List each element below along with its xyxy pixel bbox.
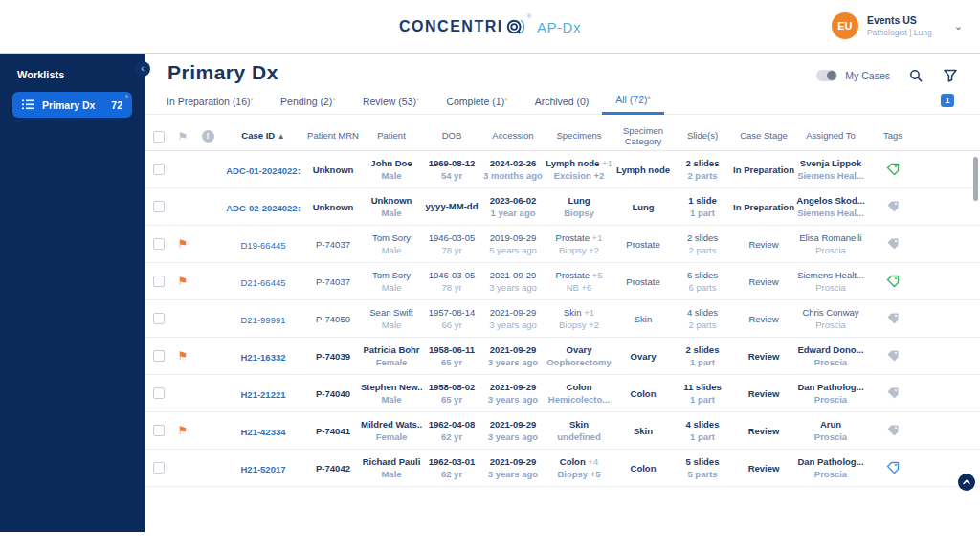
sidebar-item-primary-dx[interactable]: Primary Dx 72 * <box>12 92 132 118</box>
tag-icon[interactable] <box>886 275 900 288</box>
user-name: Events US <box>867 14 932 26</box>
top-header: CONCENTRI ® AP-Dx EU Events US Pathologi… <box>0 0 980 54</box>
table-row[interactable]: ⚑ H21-16332 P-74039 Patricia Bohr Female… <box>145 338 980 375</box>
my-cases-toggle[interactable] <box>816 70 837 81</box>
tag-icon[interactable] <box>886 237 900 251</box>
table-scrollbar[interactable] <box>973 155 978 528</box>
specimen-procedure: Biopsy +2 <box>545 245 613 255</box>
col-patient-mrn[interactable]: Patient MRN <box>305 131 361 142</box>
row-checkbox[interactable] <box>153 462 165 474</box>
patient-mrn: P-74042 <box>305 463 361 474</box>
slides-count: 1 slide <box>673 195 732 206</box>
table-header: ⚑ ! Case ID ▲ Patient MRN Patient DOB Ac… <box>145 122 980 151</box>
case-id-link[interactable]: H21-52017 <box>240 464 285 474</box>
flag-icon: ⚑ <box>171 349 194 363</box>
specimen-procedure: Hemicolecto... <box>545 394 613 405</box>
case-id-link[interactable]: ADC-01-2024022: <box>226 165 301 176</box>
tag-icon[interactable] <box>886 386 900 400</box>
table-row[interactable]: ⚑ H21-52017 P-74042 Richard Pauli Male 1… <box>145 450 980 487</box>
dob: 1946-03-05 <box>422 232 481 243</box>
tag-icon[interactable] <box>886 461 900 474</box>
table-row[interactable]: ⚑ H21-42334 P-74041 Mildred Wats... Fema… <box>145 412 980 450</box>
table-row[interactable]: ⚑ ADC-01-2024022: Unknown John Doe Male … <box>145 151 980 188</box>
case-id-link[interactable]: H21-21221 <box>240 389 285 400</box>
tab-pending-2-[interactable]: Pending (2)* <box>267 96 349 114</box>
tab-all-72-[interactable]: All (72)* <box>602 94 664 115</box>
tag-icon[interactable] <box>886 163 900 176</box>
search-icon[interactable] <box>907 67 924 84</box>
specimen: Lymph node <box>546 158 599 168</box>
filter-icon[interactable] <box>942 67 959 84</box>
dob: 1969-08-12 <box>422 158 481 168</box>
tab-star: * <box>332 96 336 105</box>
table-row[interactable]: ⚑ D21-66445 P-74037 Tom Sory Male 1946-0… <box>145 263 980 300</box>
col-tags[interactable]: Tags <box>866 131 920 142</box>
accession-relative: 3 years ago <box>481 282 545 293</box>
slides-count: 2 slides <box>673 158 732 168</box>
patient-sex: Male <box>361 469 422 479</box>
patient-mrn: P-74041 <box>305 426 361 436</box>
patient-mrn: P-74050 <box>305 314 361 324</box>
tab-in-preparation-16-[interactable]: In Preparation (16)* <box>153 96 267 114</box>
page-number-badge[interactable]: 1 <box>941 94 954 107</box>
tag-icon[interactable] <box>886 200 900 213</box>
parts-count: 6 parts <box>673 282 732 293</box>
col-case-id[interactable]: Case ID ▲ <box>221 131 305 142</box>
accession-date: 2019-09-29 <box>481 232 545 243</box>
case-id-link[interactable]: D19-66445 <box>240 240 285 251</box>
tab-review-53-[interactable]: Review (53)* <box>349 96 434 114</box>
flag-column-icon[interactable]: ⚑ <box>171 130 194 143</box>
row-checkbox[interactable] <box>153 276 165 287</box>
col-slides[interactable]: Slide(s) <box>673 131 732 142</box>
col-patient[interactable]: Patient <box>361 131 422 142</box>
table-row[interactable]: ⚑ D21-99991 P-74050 Sean Swift Male 1957… <box>145 300 980 338</box>
scroll-to-top-button[interactable] <box>958 474 975 491</box>
assigned-org: Proscia <box>795 245 866 255</box>
age: 78 yr <box>422 282 481 293</box>
tag-icon[interactable] <box>886 349 900 363</box>
age: 66 yr <box>422 320 481 330</box>
alert-column-icon[interactable]: ! <box>202 130 214 143</box>
row-checkbox[interactable] <box>153 350 165 362</box>
row-checkbox[interactable] <box>153 313 165 324</box>
tab-archived-0-[interactable]: Archived (0)* <box>522 96 603 114</box>
case-stage: Review <box>732 351 795 362</box>
sidebar-collapse-button[interactable]: ‹ <box>135 61 150 77</box>
parts-count: 2 parts <box>673 170 732 181</box>
specimen-suffix: +1 <box>584 307 594 318</box>
row-checkbox[interactable] <box>153 238 165 250</box>
case-id-link[interactable]: D21-99991 <box>240 315 285 325</box>
case-id-link[interactable]: ADC-02-2024022: <box>226 203 301 213</box>
case-id-link[interactable]: H21-42334 <box>240 427 285 437</box>
specimen-suffix: +4 <box>588 456 598 467</box>
user-menu[interactable]: EU Events US Pathologist | Lung ⌄ <box>832 12 963 39</box>
row-checkbox[interactable] <box>153 387 165 399</box>
tag-icon[interactable] <box>886 424 900 437</box>
tab-complete-1-[interactable]: Complete (1)* <box>433 96 521 114</box>
patient-sex: Male <box>361 394 422 405</box>
avatar: EU <box>832 12 858 39</box>
col-specimen-category[interactable]: Specimen Category <box>613 126 673 147</box>
tag-icon[interactable] <box>886 312 900 325</box>
specimen-procedure: Excision +2 <box>545 170 613 181</box>
table-row[interactable]: ⚑ D19-66445 P-74037 Tom Sory Male 1946-0… <box>145 226 980 263</box>
case-id-link[interactable]: H21-16332 <box>240 352 285 363</box>
row-checkbox[interactable] <box>153 425 165 436</box>
col-dob[interactable]: DOB <box>422 131 481 142</box>
row-checkbox[interactable] <box>153 201 165 212</box>
assigned-org: Proscia <box>795 431 866 442</box>
col-case-stage[interactable]: Case Stage <box>732 131 795 142</box>
col-accession[interactable]: Accession <box>481 131 545 142</box>
table-row[interactable]: ⚑ H21-21221 P-74040 Stephen New... Male … <box>145 375 980 412</box>
select-all-checkbox[interactable] <box>153 131 165 143</box>
table-row[interactable]: ⚑ ADC-02-2024022: Unknown Unknown Male y… <box>145 188 980 226</box>
tab-star: * <box>648 94 652 103</box>
case-id-link[interactable]: D21-66445 <box>240 277 285 288</box>
chevron-down-icon[interactable]: ⌄ <box>954 20 963 33</box>
row-checkbox[interactable] <box>153 164 165 175</box>
slides-count: 2 slides <box>673 232 732 243</box>
patient-name: Tom Sory <box>361 232 422 243</box>
col-specimens[interactable]: Specimens <box>545 131 613 142</box>
col-assigned-to[interactable]: Assigned To <box>795 131 866 142</box>
scrollbar-thumb[interactable] <box>973 157 978 201</box>
